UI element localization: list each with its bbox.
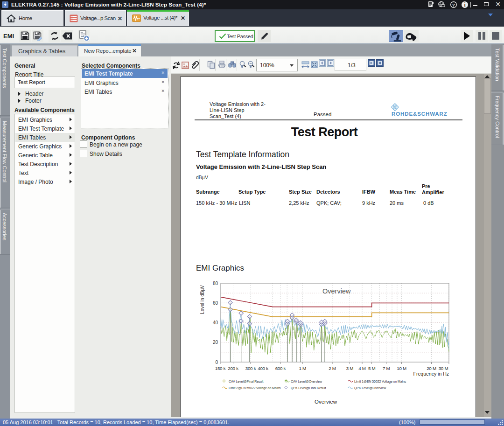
svg-text:10 M: 10 M [397, 366, 406, 371]
svg-text:3 M: 3 M [346, 366, 354, 371]
svg-text:CAV Level@Overview: CAV Level@Overview [291, 380, 322, 383]
svg-text:80: 80 [213, 281, 218, 286]
svg-text:7 M: 7 M [383, 366, 390, 371]
svg-text:Overview: Overview [322, 287, 351, 295]
svg-text:QPK Level@Overview: QPK Level@Overview [354, 386, 386, 390]
svg-text:200 k: 200 k [228, 366, 238, 371]
svg-text:30 M: 30 M [439, 366, 448, 371]
svg-text:4 M: 4 M [358, 366, 366, 371]
svg-text:1 M: 1 M [299, 366, 306, 371]
svg-text:QPK Level@Final Result: QPK Level@Final Result [291, 386, 326, 390]
svg-text:Limit 1@EN 55022 Voltage on Ma: Limit 1@EN 55022 Voltage on Mains [354, 380, 406, 384]
svg-text:Frequency in Hz: Frequency in Hz [413, 371, 449, 377]
svg-text:CAV Level@Final Result: CAV Level@Final Result [229, 380, 264, 383]
svg-text:20: 20 [213, 340, 218, 345]
svg-text:Level in dBµV: Level in dBµV [200, 285, 205, 314]
svg-text:400 k: 400 k [258, 366, 268, 371]
svg-text:2 M: 2 M [329, 366, 336, 371]
svg-text:Limit 2@EN 55022 Voltage on Ma: Limit 2@EN 55022 Voltage on Mains [229, 386, 281, 390]
svg-text:150 k: 150 k [215, 366, 226, 371]
svg-text:?: ? [452, 2, 455, 7]
svg-text:300 k: 300 k [245, 366, 256, 371]
svg-text:0: 0 [215, 360, 218, 365]
svg-text:20 M: 20 M [427, 366, 436, 371]
svg-text:40: 40 [213, 320, 218, 325]
svg-text:5 M: 5 M [368, 366, 376, 371]
svg-text:600 k: 600 k [275, 366, 286, 371]
svg-text:60: 60 [213, 300, 218, 306]
